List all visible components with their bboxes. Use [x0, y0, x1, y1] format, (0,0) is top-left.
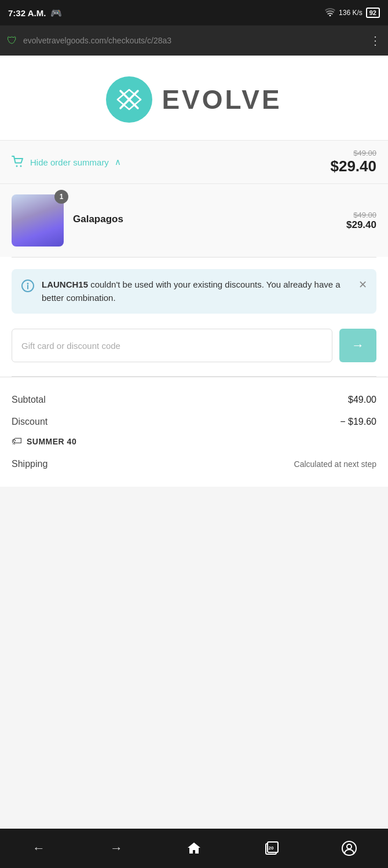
discount-label: Discount: [12, 417, 47, 427]
url-path: /checkouts/c/28a3: [106, 36, 171, 45]
toggle-label: Hide order summary: [30, 157, 109, 167]
home-button[interactable]: [180, 834, 208, 863]
battery-display: 92: [366, 8, 380, 18]
url-domain: evolvetravelgoods.com: [23, 36, 106, 45]
product-image: [12, 194, 64, 247]
shipping-label: Shipping: [12, 459, 47, 469]
info-message: LAUNCH15 couldn't be used with your exis…: [42, 278, 352, 304]
order-summary-bar[interactable]: Hide order summary ∧ $49.00 $29.40: [0, 140, 388, 184]
product-prices: $49.00 $29.40: [346, 211, 376, 231]
order-summary-toggle[interactable]: Hide order summary ∧: [12, 156, 121, 169]
discount-section: →: [0, 325, 388, 376]
product-name: Galapagos: [73, 214, 337, 225]
status-time: 7:32 A.M. 🎮: [8, 8, 62, 19]
bottom-nav: ← → 20: [0, 829, 388, 868]
discount-row: Discount − $19.60: [12, 411, 376, 433]
status-icons: 136 K/s 92: [325, 8, 380, 18]
browser-bar: 🛡 evolvetravelgoods.com/checkouts/c/28a3…: [0, 25, 388, 56]
cart-icon: [12, 156, 24, 169]
discounted-price: $29.40: [330, 157, 376, 175]
product-item: 1 Galapagos $49.00 $29.40: [12, 194, 376, 247]
back-button[interactable]: ←: [24, 834, 53, 863]
url-display[interactable]: evolvetravelgoods.com/checkouts/c/28a3: [23, 36, 364, 45]
product-original-price: $49.00: [346, 211, 376, 219]
close-icon[interactable]: ✕: [358, 278, 367, 291]
svg-point-3: [20, 165, 22, 167]
apply-discount-button[interactable]: →: [339, 329, 376, 362]
chevron-icon: ∧: [115, 157, 121, 167]
info-icon: [21, 279, 35, 296]
time-display: 7:32 A.M.: [8, 8, 46, 18]
original-price: $49.00: [330, 149, 376, 157]
svg-point-2: [16, 165, 18, 167]
coupon-tag-row: 🏷 SUMMER 40: [12, 433, 376, 453]
svg-point-11: [347, 844, 352, 849]
logo-section: EVOLVE: [0, 56, 388, 140]
subtotal-value: $49.00: [348, 395, 376, 405]
arrow-icon: →: [352, 338, 364, 353]
logo-icon: [106, 76, 152, 123]
subtotal-label: Subtotal: [12, 395, 46, 405]
shipping-value: Calculated at next step: [294, 459, 376, 469]
product-info: Galapagos: [73, 214, 337, 227]
brand-name: EVOLVE: [162, 84, 281, 115]
svg-text:20: 20: [269, 845, 274, 851]
browser-menu-icon[interactable]: ⋮: [369, 34, 381, 47]
speed-display: 136 K/s: [339, 9, 363, 17]
info-banner: LAUNCH15 couldn't be used with your exis…: [12, 269, 376, 314]
summary-section: Subtotal $49.00 Discount − $19.60 🏷 SUMM…: [0, 377, 388, 487]
divider-1: [12, 257, 376, 258]
wifi-icon: [325, 8, 335, 18]
promo-code: LAUNCH15: [42, 279, 88, 289]
shipping-row: Shipping Calculated at next step: [12, 453, 376, 475]
security-icon: 🛡: [7, 35, 17, 47]
profile-button[interactable]: [335, 834, 364, 863]
tag-icon: 🏷: [12, 435, 22, 447]
discord-icon: 🎮: [50, 8, 62, 19]
gift-card-input[interactable]: [12, 329, 332, 362]
subtotal-row: Subtotal $49.00: [12, 389, 376, 411]
product-image-wrap: 1: [12, 194, 64, 247]
main-content: EVOLVE Hide order summary ∧ $49.00 $29.4…: [0, 56, 388, 487]
status-bar: 7:32 A.M. 🎮 136 K/s 92: [0, 0, 388, 25]
product-section: 1 Galapagos $49.00 $29.40: [0, 184, 388, 257]
tabs-button[interactable]: 20: [257, 834, 286, 863]
bottom-spacer: [0, 487, 388, 526]
product-discounted-price: $29.40: [346, 219, 376, 231]
order-prices: $49.00 $29.40: [330, 149, 376, 175]
forward-button[interactable]: →: [102, 834, 131, 863]
coupon-code-tag: SUMMER 40: [27, 437, 76, 446]
discount-value: − $19.60: [340, 417, 376, 427]
quantity-badge: 1: [54, 190, 68, 204]
